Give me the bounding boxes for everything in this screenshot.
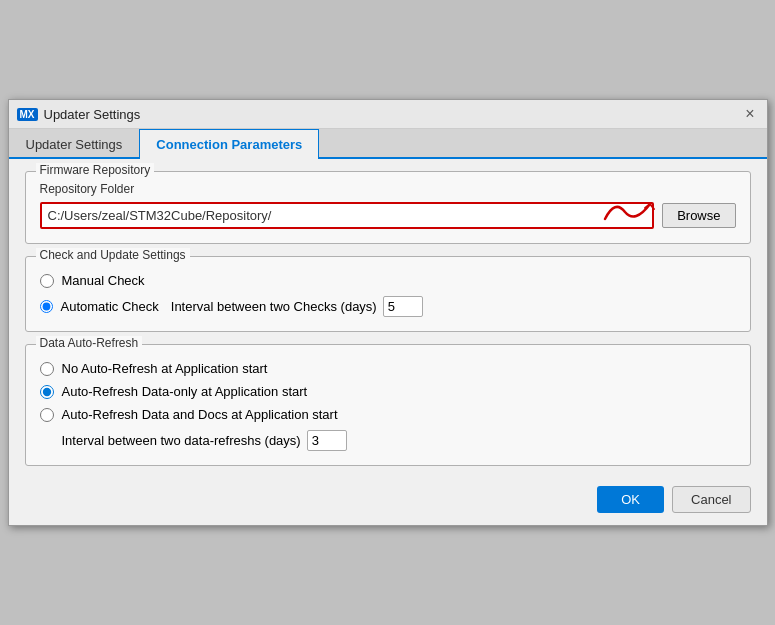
tab-row: Updater Settings Connection Parameters (9, 129, 767, 159)
refresh-interval-row: Interval between two data-refreshs (days… (62, 430, 736, 451)
dialog-content: Firmware Repository Repository Folder Br… (9, 159, 767, 478)
no-refresh-radio[interactable] (40, 362, 54, 376)
data-docs-radio[interactable] (40, 408, 54, 422)
manual-check-radio[interactable] (40, 274, 54, 288)
interval-days-input[interactable] (383, 296, 423, 317)
updater-settings-dialog: MX Updater Settings × Updater Settings C… (8, 99, 768, 526)
no-refresh-label: No Auto-Refresh at Application start (62, 361, 268, 376)
cancel-button[interactable]: Cancel (672, 486, 750, 513)
interval-label: Interval between two Checks (days) (171, 299, 377, 314)
title-bar-left: MX Updater Settings (17, 107, 141, 122)
mx-logo: MX (17, 108, 38, 121)
refresh-interval-input[interactable] (307, 430, 347, 451)
firmware-section-legend: Firmware Repository (36, 163, 155, 177)
interval-inline: Interval between two Checks (days) (171, 296, 423, 317)
browse-button[interactable]: Browse (662, 203, 735, 228)
repo-folder-label: Repository Folder (40, 182, 736, 196)
refresh-option-2: Auto-Refresh Data and Docs at Applicatio… (40, 407, 736, 422)
title-bar: MX Updater Settings × (9, 100, 767, 129)
refresh-section-legend: Data Auto-Refresh (36, 336, 143, 350)
button-row: OK Cancel (9, 478, 767, 525)
close-button[interactable]: × (741, 106, 758, 122)
tab-connection-parameters[interactable]: Connection Parameters (139, 129, 319, 159)
data-docs-label: Auto-Refresh Data and Docs at Applicatio… (62, 407, 338, 422)
window-title: Updater Settings (44, 107, 141, 122)
refresh-option-1: Auto-Refresh Data-only at Application st… (40, 384, 736, 399)
refresh-radio-group: No Auto-Refresh at Application start Aut… (40, 361, 736, 451)
manual-check-row: Manual Check (40, 273, 736, 288)
check-radio-group: Manual Check Automatic Check Interval be… (40, 273, 736, 317)
data-only-radio[interactable] (40, 385, 54, 399)
refresh-interval-label: Interval between two data-refreshs (days… (62, 433, 301, 448)
ok-button[interactable]: OK (597, 486, 664, 513)
repo-folder-input[interactable] (40, 202, 655, 229)
manual-check-label: Manual Check (62, 273, 145, 288)
check-section-legend: Check and Update Settings (36, 248, 190, 262)
auto-check-radio[interactable] (40, 300, 53, 313)
refresh-option-0: No Auto-Refresh at Application start (40, 361, 736, 376)
auto-check-left: Automatic Check (40, 299, 159, 314)
data-refresh-section: Data Auto-Refresh No Auto-Refresh at App… (25, 344, 751, 466)
auto-check-row: Automatic Check Interval between two Che… (40, 296, 736, 317)
auto-check-label: Automatic Check (61, 299, 159, 314)
repo-folder-row: Browse (40, 202, 736, 229)
data-only-label: Auto-Refresh Data-only at Application st… (62, 384, 308, 399)
firmware-repository-section: Firmware Repository Repository Folder Br… (25, 171, 751, 244)
tab-updater-settings[interactable]: Updater Settings (9, 129, 140, 159)
check-update-section: Check and Update Settings Manual Check A… (25, 256, 751, 332)
